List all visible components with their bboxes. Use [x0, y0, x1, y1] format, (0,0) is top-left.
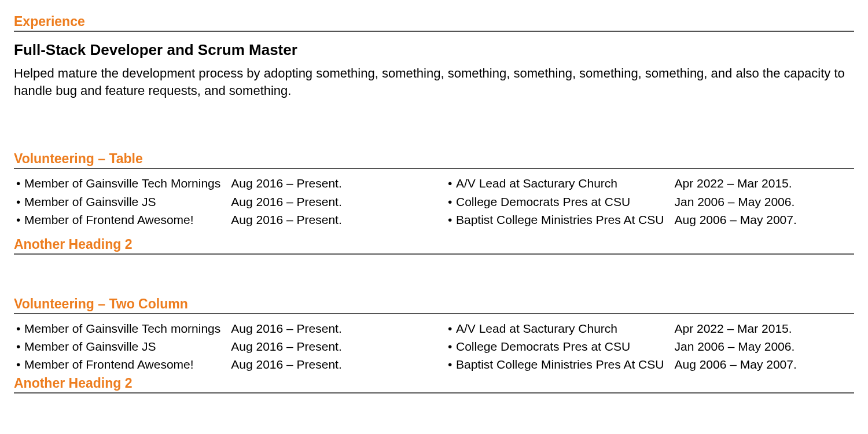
bullet-icon: •	[446, 175, 456, 192]
section-heading-another-2: Another Heading 2	[14, 376, 854, 393]
bullet-icon: •	[446, 320, 456, 337]
volunteering-table-columns: • Member of Gainsville Tech Mornings Aug…	[14, 175, 854, 228]
section-heading-volunteering-table: Volunteering – Table	[14, 151, 854, 169]
list-item-date: Aug 2006 – May 2007.	[674, 356, 854, 373]
list-item-label: Member of Gainsville Tech Mornings	[24, 175, 231, 192]
list-item-date: Aug 2016 – Present.	[231, 211, 422, 228]
bullet-icon: •	[446, 338, 456, 355]
list-item-label: Member of Gainsville JS	[24, 193, 231, 210]
volunteering-twocol-right: • A/V Lead at Sacturary Church Apr 2022 …	[446, 320, 854, 373]
list-item-label: College Democrats Pres at CSU	[456, 338, 674, 355]
list-item-date: Jan 2006 – May 2006.	[674, 338, 854, 355]
volunteering-table-left: • Member of Gainsville Tech Mornings Aug…	[14, 175, 422, 228]
bullet-icon: •	[446, 211, 456, 228]
volunteering-twocol-columns: • Member of Gainsville Tech mornings Aug…	[14, 320, 854, 373]
list-item-date: Aug 2006 – May 2007.	[674, 211, 854, 228]
job-title: Full-Stack Developer and Scrum Master	[14, 41, 854, 59]
bullet-icon: •	[14, 338, 24, 355]
bullet-icon: •	[14, 320, 24, 337]
vertical-spacer	[14, 260, 854, 294]
bullet-icon: •	[14, 175, 24, 192]
bullet-icon: •	[446, 193, 456, 210]
list-item-date: Aug 2016 – Present.	[231, 320, 422, 337]
list-item-label: Member of Frontend Awesome!	[24, 356, 231, 373]
list-item-label: A/V Lead at Sacturary Church	[456, 320, 674, 337]
job-description: Helped mature the development process by…	[14, 65, 854, 99]
vertical-spacer	[14, 99, 854, 149]
bullet-icon: •	[14, 193, 24, 210]
bullet-icon: •	[14, 356, 24, 373]
list-item-date: Apr 2022 – Mar 2015.	[674, 320, 854, 337]
volunteering-twocol-left: • Member of Gainsville Tech mornings Aug…	[14, 320, 422, 373]
list-item-date: Aug 2016 – Present.	[231, 356, 422, 373]
list-item-label: College Democrats Pres at CSU	[456, 193, 674, 210]
list-item-label: Baptist College Ministries Pres At CSU	[456, 211, 674, 228]
bullet-icon: •	[14, 211, 24, 228]
section-heading-volunteering-twocol: Volunteering – Two Column	[14, 296, 854, 314]
list-item-label: Member of Gainsville Tech mornings	[24, 320, 231, 337]
list-item-date: Aug 2016 – Present.	[231, 175, 422, 192]
section-heading-another-1: Another Heading 2	[14, 237, 854, 255]
list-item-label: Member of Frontend Awesome!	[24, 211, 231, 228]
list-item-date: Aug 2016 – Present.	[231, 338, 422, 355]
list-item-label: Baptist College Ministries Pres At CSU	[456, 356, 674, 373]
bullet-icon: •	[446, 356, 456, 373]
list-item-date: Aug 2016 – Present.	[231, 193, 422, 210]
volunteering-table-right: • A/V Lead at Sacturary Church Apr 2022 …	[446, 175, 854, 228]
section-heading-experience: Experience	[14, 14, 854, 32]
list-item-label: A/V Lead at Sacturary Church	[456, 175, 674, 192]
list-item-date: Apr 2022 – Mar 2015.	[674, 175, 854, 192]
list-item-label: Member of Gainsville JS	[24, 338, 231, 355]
list-item-date: Jan 2006 – May 2006.	[674, 193, 854, 210]
